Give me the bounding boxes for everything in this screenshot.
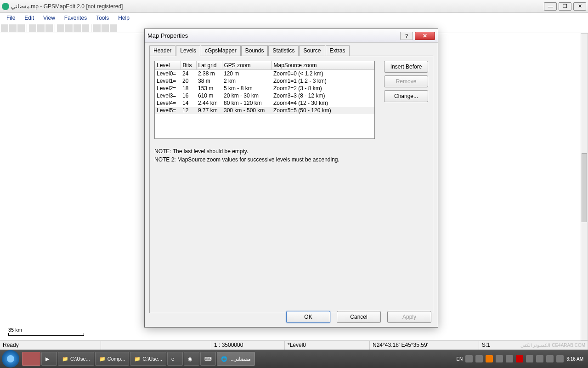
tray-lang[interactable]: EN — [456, 356, 463, 362]
status-coords: N24°43.18' E45°35.59' — [370, 341, 479, 350]
tool-icon[interactable] — [110, 24, 117, 32]
table-row[interactable]: Level5=129.77 km300 km - 500 kmZoom5=5 (… — [155, 107, 374, 114]
taskbar-keyboard[interactable]: ⌨ — [200, 352, 216, 366]
statusbar: Ready 1 : 3500000 *Level0 N24°43.18' E45… — [0, 340, 588, 350]
tool-icon[interactable] — [29, 24, 36, 32]
windows-logo-icon — [6, 354, 15, 363]
remove-button[interactable]: Remove — [384, 75, 428, 87]
tab-extras[interactable]: Extras — [326, 45, 350, 56]
taskbar-ie[interactable]: e — [167, 352, 183, 366]
tab-bounds[interactable]: Bounds — [241, 45, 268, 56]
tab-source[interactable]: Source — [299, 45, 325, 56]
tray-ati-icon[interactable] — [516, 355, 523, 362]
tray-clock[interactable]: 3:16 AM — [566, 356, 583, 362]
taskbar-item[interactable]: 📁C:\Use... — [58, 352, 94, 366]
tray-icon[interactable] — [465, 355, 473, 362]
tool-icon[interactable] — [65, 24, 73, 32]
taskbar-chrome[interactable]: ◉ — [184, 352, 199, 366]
table-row[interactable]: Level4=142.44 km80 km - 120 kmZoom4=4 (1… — [155, 99, 374, 107]
note-2: NOTE 2: MapSource zoom values for succes… — [154, 155, 428, 164]
menu-favorites[interactable]: Favorites — [60, 14, 91, 22]
vertical-scrollbar[interactable] — [581, 33, 588, 340]
dialog-help-button[interactable]: ? — [400, 32, 413, 40]
app-icon — [2, 3, 9, 10]
dialog-close-button[interactable]: ✕ — [415, 32, 435, 40]
tool-open-icon[interactable] — [9, 24, 17, 32]
table-row[interactable]: Level2=18153 m5 km - 8 kmZoom2=2 (3 - 8 … — [155, 85, 374, 92]
minimize-button[interactable]: — — [544, 2, 557, 11]
tool-icon[interactable] — [82, 24, 89, 32]
tab-levels[interactable]: Levels — [176, 45, 200, 56]
col-gpszoom[interactable]: GPS zoom — [222, 61, 271, 70]
dialog-title: Map Properties — [147, 32, 400, 39]
tab-header[interactable]: Header — [149, 45, 175, 56]
tool-save-icon[interactable] — [17, 24, 25, 32]
taskbar-item[interactable] — [22, 352, 40, 366]
note-1: NOTE: The last level should be empty. — [154, 147, 428, 155]
start-button[interactable] — [2, 350, 19, 368]
tray-icon[interactable] — [496, 355, 503, 362]
col-level[interactable]: Level — [155, 61, 181, 70]
tab-statistics[interactable]: Statistics — [268, 45, 299, 56]
tray-icon[interactable] — [506, 355, 513, 362]
tab-cgpsmapper[interactable]: cGpsMapper — [201, 45, 241, 56]
svg-point-0 — [7, 355, 14, 362]
col-bits[interactable]: Bits — [181, 61, 196, 70]
table-row[interactable]: Level0=242.38 m120 mZoom0=0 (< 1.2 km) — [155, 70, 374, 78]
taskbar-item[interactable]: 📁C:\Use... — [130, 352, 166, 366]
status-scale: 1 : 3500000 — [211, 341, 285, 350]
map-properties-dialog: Map Properties ? ✕ Header Levels cGpsMap… — [144, 29, 438, 328]
menu-file[interactable]: File — [2, 14, 20, 22]
status-ready: Ready — [0, 341, 101, 350]
main-titlebar: مفضلتي.mp - GPSMapEdit 2.0 [not register… — [0, 0, 588, 13]
maximize-button[interactable]: ❐ — [559, 2, 571, 11]
tool-icon[interactable] — [57, 24, 64, 32]
tool-icon[interactable] — [45, 24, 53, 32]
col-latgrid[interactable]: Lat grid — [196, 61, 222, 70]
menu-help[interactable]: Help — [113, 14, 134, 22]
watermark: الكمبيوتر الكفي CE4ARAB.COM — [520, 343, 585, 348]
tool-icon[interactable] — [74, 24, 81, 32]
tool-icon[interactable] — [102, 24, 109, 32]
cancel-button[interactable]: Cancel — [337, 311, 381, 323]
taskbar-item[interactable]: ▶ — [41, 352, 57, 366]
taskbar-item[interactable]: 📁Comp... — [95, 352, 130, 366]
tray-flag-icon[interactable] — [556, 355, 564, 362]
taskbar: ▶ 📁C:\Use... 📁Comp... 📁C:\Use... e ◉ ⌨ 🌐… — [0, 350, 588, 368]
table-row[interactable]: Level1=2038 m2 kmZoom1=1 (1.2 - 3 km) — [155, 77, 374, 85]
taskbar-gpsmapedit[interactable]: 🌐...مفضلتي — [217, 352, 255, 366]
levels-table[interactable]: Level Bits Lat grid GPS zoom MapSource z… — [154, 61, 375, 139]
menu-view[interactable]: View — [39, 14, 60, 22]
tool-new-icon[interactable] — [1, 24, 8, 32]
insert-before-button[interactable]: Insert Before — [384, 61, 428, 73]
status-level: *Level0 — [285, 341, 370, 350]
apply-button[interactable]: Apply — [387, 311, 431, 323]
tool-icon[interactable] — [93, 24, 101, 32]
close-button[interactable]: ✕ — [573, 2, 586, 11]
tool-icon[interactable] — [37, 24, 45, 32]
tray-icon[interactable] — [475, 355, 483, 362]
menubar: File Edit View Favorites Tools Help — [0, 13, 588, 23]
change-button[interactable]: Change... — [384, 90, 428, 102]
ok-button[interactable]: OK — [286, 311, 330, 323]
menu-edit[interactable]: Edit — [20, 14, 39, 22]
dialog-tabs: Header Levels cGpsMapper Bounds Statisti… — [149, 45, 433, 56]
system-tray[interactable]: EN 3:16 AM — [456, 355, 586, 362]
tray-icon[interactable] — [526, 355, 533, 362]
tray-icon[interactable] — [486, 355, 493, 362]
tray-icon[interactable] — [546, 355, 554, 362]
window-title: مفضلتي.mp - GPSMapEdit 2.0 [not register… — [11, 3, 544, 10]
tray-icon[interactable] — [536, 355, 543, 362]
col-mapsource[interactable]: MapSource zoom — [271, 61, 374, 70]
table-row[interactable]: Level3=16610 m20 km - 30 kmZoom3=3 (8 - … — [155, 92, 374, 99]
scale-bar: 35 km — [8, 327, 84, 336]
menu-tools[interactable]: Tools — [91, 14, 113, 22]
